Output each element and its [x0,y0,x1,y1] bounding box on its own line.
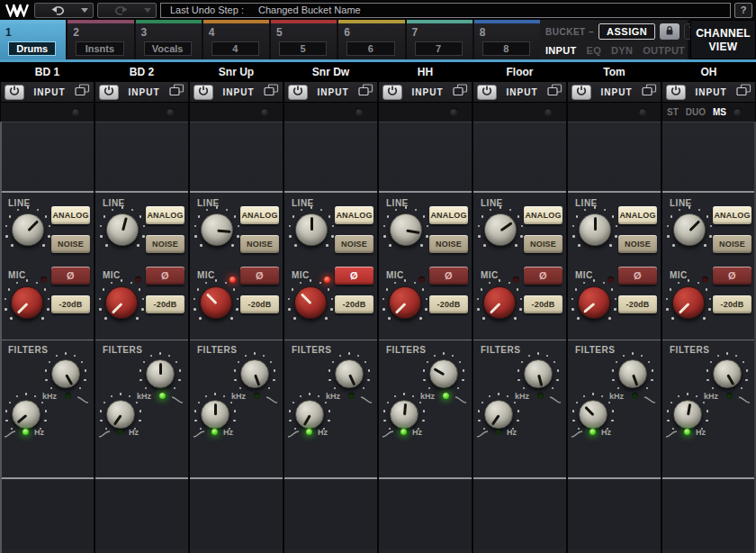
detach-window-icon[interactable] [169,84,184,100]
detach-window-icon[interactable] [264,84,279,100]
mic-gain-knob[interactable] [191,277,241,328]
channel-power-button[interactable] [194,85,213,100]
bucket-tab[interactable]: 2 Insnts [68,20,133,59]
mini-indicator[interactable] [72,108,80,116]
mic-gain-knob[interactable] [380,277,430,328]
pad-20db-button[interactable]: -20dB [240,295,279,313]
view-tab-input[interactable]: INPUT [545,45,577,56]
mic-gain-knob[interactable] [569,277,619,328]
noise-button[interactable]: NOISE [429,235,468,253]
mic-gain-knob[interactable] [474,277,525,328]
detach-window-icon[interactable] [75,84,90,100]
bucket-tab[interactable]: 6 6 [338,20,404,59]
noise-button[interactable]: NOISE [618,235,657,253]
channel-name[interactable]: BD 1 [0,62,94,82]
channel-name[interactable]: Tom [567,62,662,82]
pad-20db-button[interactable]: -20dB [524,295,562,313]
mic-gain-knob[interactable] [285,277,336,328]
channel-name[interactable]: Snr Dw [284,62,378,82]
channel-name[interactable]: OH [662,62,756,82]
noise-button[interactable]: NOISE [51,235,90,253]
phase-button[interactable]: Ø [335,267,374,285]
mini-indicator[interactable] [734,108,742,116]
noise-button[interactable]: NOISE [713,235,752,253]
channel-name[interactable]: Floor [472,62,567,82]
undo-history-dropdown-icon[interactable] [81,8,88,13]
noise-button[interactable]: NOISE [146,235,184,253]
mic-gain-knob[interactable] [663,277,714,328]
mini-indicator[interactable] [639,108,647,116]
view-tab-dyn[interactable]: DYN [611,45,633,56]
mini-indicator[interactable] [450,108,458,116]
bucket-tab[interactable]: 8 8 [474,20,540,59]
pad-20db-button[interactable]: -20dB [146,295,184,313]
mode-st[interactable]: ST [667,107,679,117]
channel-power-button[interactable] [4,85,24,100]
detach-window-icon[interactable] [642,84,657,100]
bucket-tab-name[interactable]: 8 [482,41,530,56]
channel-view-button[interactable]: CHANNEL VIEW [690,20,756,59]
undo-button[interactable] [34,3,94,18]
line-gain-knob[interactable] [664,204,715,255]
line-gain-knob[interactable] [381,204,431,255]
analog-button[interactable]: ANALOG [713,206,752,224]
bucket-tab-name[interactable]: 5 [279,41,327,56]
mode-duo[interactable]: DUO [686,107,706,117]
pad-20db-button[interactable]: -20dB [429,295,468,313]
phase-button[interactable]: Ø [524,267,562,285]
channel-power-button[interactable] [572,85,591,100]
view-tab-output[interactable]: OUTPUT [643,45,685,56]
redo-history-dropdown-icon[interactable] [144,8,151,13]
mini-indicator[interactable] [261,108,269,116]
analog-button[interactable]: ANALOG [51,206,90,224]
detach-window-icon[interactable] [453,84,468,100]
channel-power-button[interactable] [99,85,119,100]
help-button[interactable]: ? [734,3,752,18]
bucket-tab-name[interactable]: 4 [212,41,259,56]
lock-button[interactable] [660,23,680,40]
line-gain-knob[interactable] [570,204,620,255]
channel-power-button[interactable] [382,85,402,100]
assign-button[interactable]: ASSIGN [598,23,655,40]
detach-window-icon[interactable] [358,84,374,100]
channel-name[interactable]: HH [378,62,472,82]
channel-name[interactable]: BD 2 [94,62,189,82]
channel-power-button[interactable] [288,85,308,100]
detach-window-icon[interactable] [547,84,562,100]
mini-indicator[interactable] [356,108,364,116]
bucket-tab-name[interactable]: 6 [346,41,394,56]
line-gain-knob[interactable] [97,204,148,255]
view-tab-eq[interactable]: EQ [587,45,602,56]
channel-name[interactable]: Snr Up [189,62,284,82]
bucket-tab-name[interactable]: Drums [8,41,56,56]
detach-window-icon[interactable] [736,84,752,100]
noise-button[interactable]: NOISE [240,235,279,253]
bucket-tab-name[interactable]: Insnts [76,41,123,56]
noise-button[interactable]: NOISE [524,235,562,253]
phase-button[interactable]: Ø [429,267,468,285]
channel-power-button[interactable] [477,85,497,100]
bucket-tab[interactable]: 5 5 [271,20,337,59]
bucket-tab[interactable]: 7 7 [407,20,472,59]
redo-button[interactable] [97,3,157,18]
analog-button[interactable]: ANALOG [335,206,374,224]
mode-ms[interactable]: MS [713,107,726,117]
analog-button[interactable]: ANALOG [524,206,562,224]
mini-indicator[interactable] [544,108,553,116]
phase-button[interactable]: Ø [618,267,657,285]
noise-button[interactable]: NOISE [335,235,374,253]
line-gain-knob[interactable] [192,204,242,255]
analog-button[interactable]: ANALOG [146,206,184,224]
mini-indicator[interactable] [166,108,175,116]
bucket-tab-name[interactable]: 7 [415,41,463,56]
bucket-tab[interactable]: 1 Drums [0,20,66,59]
phase-button[interactable]: Ø [240,267,279,285]
line-gain-knob[interactable] [475,204,526,255]
bucket-tab[interactable]: 3 Vocals [136,20,202,59]
line-gain-knob[interactable] [286,204,337,255]
mic-gain-knob[interactable] [2,277,52,328]
bucket-tab[interactable]: 4 4 [203,20,269,59]
channel-power-button[interactable] [666,85,686,100]
phase-button[interactable]: Ø [713,267,752,285]
pad-20db-button[interactable]: -20dB [713,295,752,313]
